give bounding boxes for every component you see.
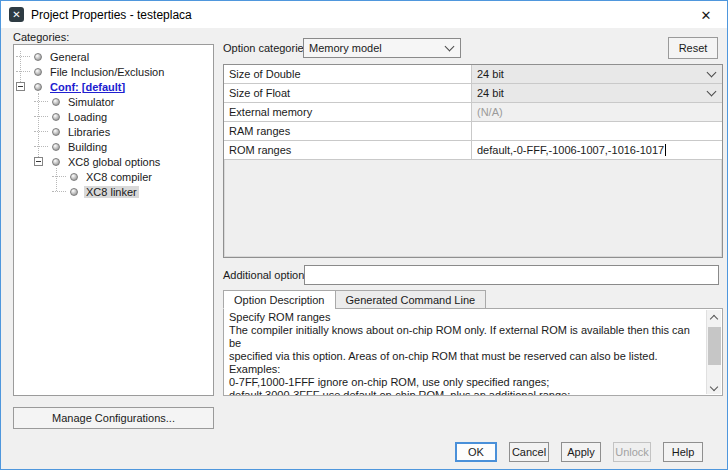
categories-label: Categories:	[13, 31, 69, 43]
tree-item-xc8-linker[interactable]: XC8 linker	[14, 184, 213, 199]
tree-item-label: Loading	[66, 111, 109, 123]
tree-item-label: General	[48, 51, 91, 63]
tree-item-loading[interactable]: Loading	[14, 109, 213, 124]
option-value: 24 bit	[477, 68, 504, 80]
category-icon	[52, 98, 60, 106]
table-row-size-of-double: Size of Double 24 bit	[224, 65, 722, 84]
mplab-x-app-icon: ✕	[9, 7, 24, 22]
tree-item-label: File Inclusion/Exclusion	[48, 66, 166, 78]
tree-item-libraries[interactable]: Libraries	[14, 124, 213, 139]
text-caret	[665, 144, 666, 156]
option-label: Size of Double	[224, 65, 472, 83]
option-description-text: Specify ROM ranges The compiler initiall…	[224, 309, 705, 395]
option-description-panel: Specify ROM ranges The compiler initiall…	[223, 308, 723, 396]
option-label: External memory	[224, 103, 472, 121]
tree-stub	[34, 116, 48, 117]
help-button[interactable]: Help	[663, 442, 703, 462]
category-icon	[70, 188, 78, 196]
scrollbar-thumb[interactable]	[708, 327, 721, 365]
option-label: Size of Float	[224, 84, 472, 102]
manage-configurations-button[interactable]: Manage Configurations...	[13, 407, 214, 429]
tree-item-file-inclusion[interactable]: File Inclusion/Exclusion	[14, 64, 213, 79]
category-icon	[52, 113, 60, 121]
tree-stub	[16, 56, 30, 57]
tree-item-label: Conf: [default]	[48, 81, 127, 93]
size-of-float-dropdown[interactable]: 24 bit	[472, 84, 722, 102]
category-icon	[52, 128, 60, 136]
tree-item-building[interactable]: Building	[14, 139, 213, 154]
chevron-down-icon	[707, 88, 717, 98]
category-icon	[52, 158, 60, 166]
option-categories-label: Option categories:	[223, 42, 312, 54]
arrow-down-glyph	[711, 384, 718, 391]
reset-button[interactable]: Reset	[668, 37, 718, 59]
project-properties-dialog: ✕ Project Properties - testeplaca ✕ Cate…	[0, 0, 728, 470]
tab-option-description[interactable]: Option Description	[223, 290, 336, 309]
tree-item-label: XC8 compiler	[84, 171, 154, 183]
option-label: ROM ranges	[224, 141, 472, 159]
apply-button[interactable]: Apply	[561, 442, 601, 462]
close-icon[interactable]: ✕	[697, 6, 715, 24]
tree-item-general[interactable]: General	[14, 49, 213, 64]
table-row-external-memory: External memory (N/A)	[224, 103, 722, 122]
chevron-down-icon	[445, 43, 455, 53]
scroll-down-icon[interactable]	[707, 380, 722, 394]
option-label: RAM ranges	[224, 122, 472, 140]
window-title: Project Properties - testeplaca	[31, 8, 192, 22]
ok-button[interactable]: OK	[455, 442, 497, 462]
additional-options-label: Additional options:	[223, 269, 313, 281]
table-row-ram-ranges: RAM ranges	[224, 122, 722, 141]
size-of-double-dropdown[interactable]: 24 bit	[472, 65, 722, 83]
table-row-rom-ranges: ROM ranges default,-0-FFF,-1006-1007,-10…	[224, 141, 722, 160]
collapse-expander-icon[interactable]	[16, 82, 25, 91]
tree-item-label: Building	[66, 141, 109, 153]
tree-stub	[34, 146, 48, 147]
tree-item-conf-default[interactable]: Conf: [default]	[14, 79, 213, 94]
title-bar[interactable]: ✕ Project Properties - testeplaca ✕	[1, 1, 727, 28]
options-table: Size of Double 24 bit Size of Float 24 b…	[223, 64, 723, 258]
scroll-up-icon[interactable]	[707, 310, 722, 324]
option-value: 24 bit	[477, 87, 504, 99]
option-categories-value: Memory model	[309, 42, 382, 54]
tree-item-label: Simulator	[66, 96, 116, 108]
table-row-size-of-float: Size of Float 24 bit	[224, 84, 722, 103]
tree-stub	[16, 71, 30, 72]
option-categories-dropdown[interactable]: Memory model	[303, 38, 461, 58]
chevron-down-icon	[707, 69, 717, 79]
additional-options-input[interactable]	[304, 265, 719, 285]
categories-tree: General File Inclusion/Exclusion Conf: […	[13, 44, 214, 396]
category-icon	[34, 83, 42, 91]
tree-item-label: XC8 global options	[66, 156, 162, 168]
description-scrollbar[interactable]	[706, 310, 721, 394]
category-icon	[70, 173, 78, 181]
tree-item-label: Libraries	[66, 126, 112, 138]
tree-item-xc8-compiler[interactable]: XC8 compiler	[14, 169, 213, 184]
unlock-button: Unlock	[613, 442, 651, 462]
dialog-footer: OK Cancel Apply Unlock Help	[1, 442, 703, 462]
tree-stub	[52, 191, 66, 192]
tree-item-label: XC8 linker	[84, 186, 139, 198]
tree-item-xc8-global-options[interactable]: XC8 global options	[14, 154, 213, 169]
tree-stub	[52, 176, 66, 177]
category-icon	[34, 68, 42, 76]
tree-stub	[34, 101, 48, 102]
tree-stub	[34, 131, 48, 132]
description-tabs: Option Description Generated Command Lin…	[223, 290, 485, 309]
rom-ranges-input[interactable]: default,-0-FFF,-1006-1007,-1016-1017	[472, 141, 722, 159]
external-memory-field: (N/A)	[472, 103, 722, 121]
category-icon	[34, 53, 42, 61]
ram-ranges-input[interactable]	[472, 122, 722, 140]
option-value: (N/A)	[477, 106, 503, 118]
tab-generated-command-line[interactable]: Generated Command Line	[335, 290, 487, 309]
category-icon	[52, 143, 60, 151]
cancel-button[interactable]: Cancel	[509, 442, 549, 462]
tree-item-simulator[interactable]: Simulator	[14, 94, 213, 109]
collapse-expander-icon[interactable]	[34, 157, 43, 166]
option-value: default,-0-FFF,-1006-1007,-1016-1017	[477, 144, 664, 156]
arrow-up-glyph	[711, 314, 718, 321]
